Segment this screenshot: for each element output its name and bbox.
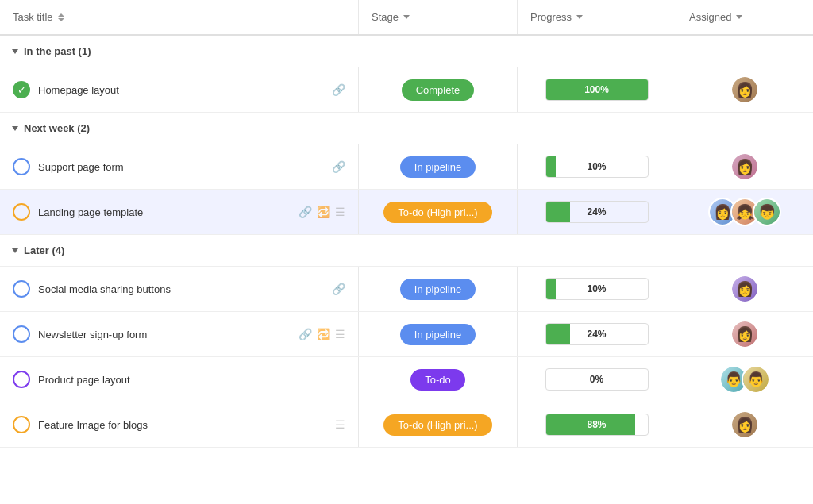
header-assigned-label: Assigned xyxy=(689,11,731,23)
task-status-icon xyxy=(13,158,30,175)
progress-label: 88% xyxy=(546,419,648,430)
task-title-cell: Support page form 🔗 xyxy=(0,144,359,189)
progress-cell: 0% xyxy=(518,357,676,402)
header-stage-label: Stage xyxy=(372,11,399,23)
sort-up-icon xyxy=(58,13,64,17)
task-status-icon xyxy=(13,280,30,298)
progress-bar: 10% xyxy=(545,278,649,300)
header-task-title-label: Task title xyxy=(13,11,53,23)
avatar: 👩 xyxy=(730,320,759,348)
progress-label: 24% xyxy=(546,206,648,217)
progress-cell: 24% xyxy=(518,190,676,234)
table-row[interactable]: ✓ Homepage layout 🔗 Complete 100% 👩 xyxy=(0,67,813,113)
header-task-title[interactable]: Task title xyxy=(0,0,359,34)
task-name: Landing page template xyxy=(38,206,291,218)
progress-label: 10% xyxy=(546,283,648,294)
task-action-icons: ☰ xyxy=(335,418,345,431)
table-row[interactable]: Product page layout To-do 0% 👨 xyxy=(0,357,813,402)
avatar: 👩 xyxy=(730,275,759,303)
stage-cell: In pipeline xyxy=(359,144,518,189)
table-row[interactable]: Newsletter sign-up form 🔗🔁☰ In pipeline … xyxy=(0,312,813,357)
task-status-icon xyxy=(13,416,30,433)
group-header-nextweek[interactable]: Next week (2) xyxy=(0,113,813,144)
groups-container: In the past (1) ✓ Homepage layout 🔗 Comp… xyxy=(0,36,813,448)
subtask-icon[interactable]: ☰ xyxy=(335,328,345,340)
repeat-icon[interactable]: 🔁 xyxy=(317,206,330,218)
avatar-group: 👩 xyxy=(730,320,759,348)
progress-bar: 0% xyxy=(545,368,649,391)
header-assigned[interactable]: Assigned xyxy=(676,0,813,34)
task-action-icons: 🔗 xyxy=(332,283,345,295)
group-header-later[interactable]: Later (4) xyxy=(0,235,813,267)
task-name: Feature Image for blogs xyxy=(38,419,327,431)
progress-cell: 10% xyxy=(518,144,676,189)
attach-icon[interactable]: 🔗 xyxy=(332,283,345,295)
task-action-icons: 🔗🔁☰ xyxy=(299,206,345,218)
task-title-cell: Feature Image for blogs ☰ xyxy=(0,402,359,447)
assigned-cell: 👩 xyxy=(676,402,813,447)
task-action-icons: 🔗🔁☰ xyxy=(299,328,345,340)
attach-icon[interactable]: 🔗 xyxy=(299,206,312,218)
stage-badge: In pipeline xyxy=(400,156,476,178)
task-title-cell: Landing page template 🔗🔁☰ xyxy=(0,190,359,234)
group-header-past[interactable]: In the past (1) xyxy=(0,36,813,67)
avatar: 👩 xyxy=(730,152,759,181)
progress-label: 0% xyxy=(546,374,648,385)
group-chevron-icon xyxy=(12,49,18,54)
task-table: Task title Stage Progress Assigned In th… xyxy=(0,0,813,448)
progress-bar: 10% xyxy=(545,156,649,178)
table-row[interactable]: Landing page template 🔗🔁☰ To-do (High pr… xyxy=(0,190,813,235)
avatar: 👩 xyxy=(730,75,759,104)
task-title-cell: ✓ Homepage layout 🔗 xyxy=(0,67,359,112)
stage-badge: To-do (High pri...) xyxy=(383,414,491,436)
group-chevron-icon xyxy=(12,126,18,131)
progress-label: 10% xyxy=(546,161,648,172)
avatar: 👩 xyxy=(730,410,759,439)
table-row[interactable]: Social media sharing buttons 🔗 In pipeli… xyxy=(0,267,813,312)
progress-label: 100% xyxy=(546,84,648,95)
stage-filter-icon xyxy=(403,15,410,19)
task-status-icon xyxy=(13,203,30,221)
progress-bar: 88% xyxy=(545,414,649,436)
stage-cell: To-do (High pri...) xyxy=(359,402,518,447)
task-status-icon xyxy=(13,325,30,343)
stage-cell: To-do xyxy=(359,357,518,402)
task-title-cell: Product page layout xyxy=(0,357,359,402)
assigned-cell: 👨 👨 xyxy=(676,357,813,402)
table-row[interactable]: Feature Image for blogs ☰ To-do (High pr… xyxy=(0,402,813,448)
header-progress[interactable]: Progress xyxy=(518,0,676,34)
progress-filter-icon xyxy=(576,15,583,19)
task-name: Newsletter sign-up form xyxy=(38,329,291,340)
stage-cell: In pipeline xyxy=(359,267,518,311)
sort-down-icon xyxy=(58,18,64,21)
progress-cell: 88% xyxy=(518,402,676,447)
stage-badge: To-do xyxy=(410,369,465,391)
avatar-group: 👨 👨 xyxy=(719,365,770,394)
task-title-sort-icon[interactable] xyxy=(58,13,64,21)
subtask-icon[interactable]: ☰ xyxy=(335,206,345,218)
stage-cell: Complete xyxy=(359,67,518,112)
table-row[interactable]: Support page form 🔗 In pipeline 10% 👩 xyxy=(0,144,813,190)
stage-badge: Complete xyxy=(402,79,475,101)
task-name: Homepage layout xyxy=(38,84,324,96)
avatar: 👨 xyxy=(742,365,770,394)
attach-icon[interactable]: 🔗 xyxy=(299,328,312,340)
progress-bar: 100% xyxy=(545,79,649,101)
attach-icon[interactable]: 🔗 xyxy=(332,83,345,96)
group-chevron-icon xyxy=(12,248,18,253)
header-stage[interactable]: Stage xyxy=(359,0,518,34)
progress-label: 24% xyxy=(546,329,648,340)
task-status-icon: ✓ xyxy=(13,81,30,98)
task-title-cell: Social media sharing buttons 🔗 xyxy=(0,267,359,311)
attach-icon[interactable]: 🔗 xyxy=(332,160,345,173)
avatar-group: 👩 xyxy=(730,410,759,439)
assigned-cell: 👩 xyxy=(676,267,813,311)
stage-badge: To-do (High pri...) xyxy=(383,202,491,223)
stage-badge: In pipeline xyxy=(400,324,476,345)
avatar-group: 👩 👧 👦 xyxy=(708,198,781,226)
task-action-icons: 🔗 xyxy=(332,83,345,96)
subtask-icon[interactable]: ☰ xyxy=(335,418,345,431)
table-header: Task title Stage Progress Assigned xyxy=(0,0,813,36)
repeat-icon[interactable]: 🔁 xyxy=(317,328,330,340)
task-status-icon xyxy=(13,371,30,388)
